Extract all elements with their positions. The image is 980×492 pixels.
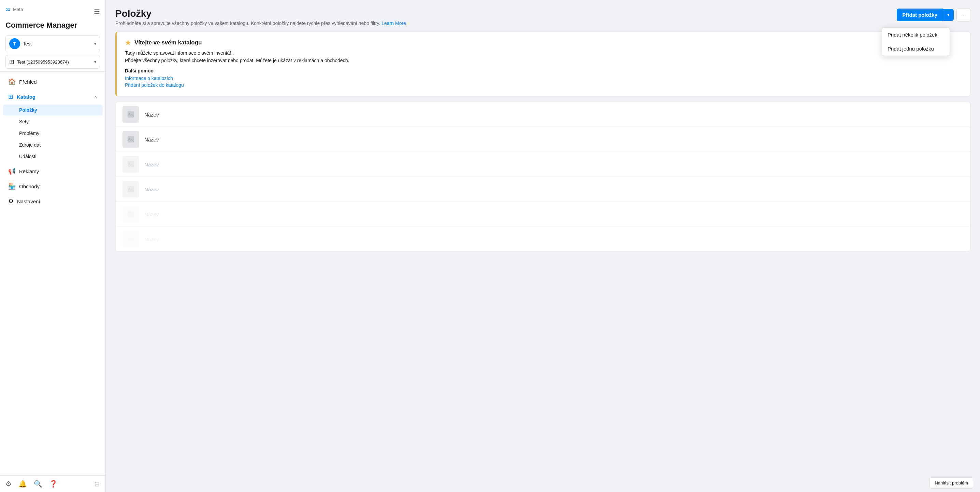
account-chevron-icon: ▾ xyxy=(94,42,96,46)
item-name: Název xyxy=(144,161,159,168)
sidebar-item-sety[interactable]: Sety xyxy=(3,116,103,127)
dropdown-item-add-multiple[interactable]: Přidat několik položek xyxy=(882,28,950,42)
table-row[interactable]: Název xyxy=(116,127,970,152)
sidebar-item-obchody[interactable]: 🏪 Obchody xyxy=(3,179,103,193)
sidebar-item-problemy[interactable]: Problémy xyxy=(3,128,103,139)
page-subtitle: Prohlédněte si a spravujte všechny polož… xyxy=(115,21,406,26)
sub-label-problemy: Problémy xyxy=(19,131,39,136)
item-thumbnail xyxy=(123,181,139,198)
catalog-chevron-icon: ▾ xyxy=(94,59,96,64)
sub-label-polozky: Položky xyxy=(19,107,37,113)
nav-section: 🏠 Přehled ⊞ Katalog ∧ Položky Sety Probl… xyxy=(0,72,105,475)
svg-rect-8 xyxy=(127,211,134,217)
table-row[interactable]: Název xyxy=(116,152,970,177)
sidebar-item-zdroje-dat[interactable]: Zdroje dat xyxy=(3,139,103,150)
help-icon[interactable]: ❓ xyxy=(49,480,58,488)
sidebar-item-udalosti[interactable]: Události xyxy=(3,151,103,162)
add-items-button[interactable]: Přidat položky xyxy=(897,8,943,21)
item-thumbnail xyxy=(123,131,139,148)
link-info-katalozich[interactable]: Informace o katalozích xyxy=(125,75,962,81)
svg-point-9 xyxy=(129,212,130,214)
table-row[interactable]: Název xyxy=(116,202,970,227)
obchody-icon: 🏪 xyxy=(8,182,16,190)
add-items-dropdown-button[interactable]: ▾ xyxy=(943,9,954,21)
page-header-left: Položky Prohlédněte si a spravujte všech… xyxy=(115,8,406,26)
table-row[interactable]: Název xyxy=(116,227,970,251)
panel-icon[interactable]: ⊟ xyxy=(94,480,100,488)
main-area: Položky Prohlédněte si a spravujte všech… xyxy=(106,0,980,492)
welcome-line-2: Přidejte všechny položky, které chcete i… xyxy=(125,58,962,63)
sidebar: ∞ Meta ☰ Commerce Manager T Test ▾ ⊞ Tes… xyxy=(0,0,106,492)
sub-label-zdroje-dat: Zdroje dat xyxy=(19,142,41,148)
table-row[interactable]: Název xyxy=(116,177,970,202)
subtitle-text: Prohlédněte si a spravujte všechny polož… xyxy=(115,21,380,26)
report-problem-button[interactable]: Nahlásit problém xyxy=(929,477,973,489)
svg-rect-4 xyxy=(127,161,134,168)
catalog-grid-icon: ⊞ xyxy=(9,58,14,65)
svg-rect-6 xyxy=(127,186,134,192)
search-icon[interactable]: 🔍 xyxy=(34,480,42,488)
sidebar-header: ∞ Meta ☰ Commerce Manager T Test ▾ ⊞ Tes… xyxy=(0,0,105,72)
item-name: Název xyxy=(144,137,159,142)
table-row[interactable]: Název xyxy=(116,102,970,127)
svg-rect-0 xyxy=(127,111,134,118)
sidebar-footer: ⚙ 🔔 🔍 ❓ ⊟ xyxy=(0,475,105,492)
page-title: Položky xyxy=(115,8,406,19)
link-pridani-polozek[interactable]: Přidání položek do katalogu xyxy=(125,82,962,88)
learn-more-link[interactable]: Learn More xyxy=(382,21,406,26)
welcome-title: Vítejte ve svém katalogu xyxy=(134,39,202,46)
svg-point-7 xyxy=(129,188,130,189)
svg-rect-2 xyxy=(127,136,134,142)
welcome-card: ★ Vítejte ve svém katalogu Tady můžete s… xyxy=(115,32,970,96)
catalog-name: Test (1235095953928674) xyxy=(17,59,91,65)
bell-icon[interactable]: 🔔 xyxy=(18,480,27,488)
sub-label-sety: Sety xyxy=(19,119,29,125)
sidebar-label-reklamy: Reklamy xyxy=(19,168,39,174)
item-name: Název xyxy=(144,211,159,217)
add-dropdown-menu: Přidat několik položek Přidat jednu polo… xyxy=(882,27,950,56)
home-icon: 🏠 xyxy=(8,78,16,85)
account-selector[interactable]: T Test ▾ xyxy=(5,35,100,52)
sub-nav-katalog: Položky Sety Problémy Zdroje dat Událost… xyxy=(0,105,105,164)
sidebar-label-prehled: Přehled xyxy=(19,79,37,85)
item-thumbnail xyxy=(123,231,139,248)
meta-logo-icon: ∞ xyxy=(5,5,10,13)
meta-logo-text: Meta xyxy=(13,7,23,12)
catalog-selector[interactable]: ⊞ Test (1235095953928674) ▾ xyxy=(5,55,100,69)
items-card: Název Název Název Název xyxy=(115,102,970,252)
sidebar-item-reklamy[interactable]: 📢 Reklamy xyxy=(3,164,103,178)
add-btn-group: Přidat položky ▾ xyxy=(897,8,954,21)
svg-point-1 xyxy=(129,113,130,114)
sub-label-udalosti: Události xyxy=(19,154,37,159)
item-name: Název xyxy=(144,187,159,192)
sidebar-item-nastaveni[interactable]: ⚙ Nastavení xyxy=(3,194,103,208)
more-options-button[interactable]: ··· xyxy=(956,8,970,22)
avatar: T xyxy=(9,38,20,49)
item-thumbnail xyxy=(123,106,139,123)
svg-rect-10 xyxy=(127,236,134,242)
report-bar: Nahlásit problém xyxy=(106,474,980,492)
sidebar-title: Commerce Manager xyxy=(5,21,100,30)
settings-icon[interactable]: ⚙ xyxy=(5,480,11,488)
page-header: Položky Prohlédněte si a spravujte všech… xyxy=(115,8,970,26)
main-content: Položky Prohlédněte si a spravujte všech… xyxy=(106,0,980,474)
star-icon: ★ xyxy=(125,38,131,47)
katalog-expand-icon: ∧ xyxy=(94,94,97,99)
sidebar-label-katalog: Katalog xyxy=(17,94,91,100)
sidebar-item-katalog[interactable]: ⊞ Katalog ∧ xyxy=(3,89,103,104)
svg-point-3 xyxy=(129,138,130,139)
welcome-card-header: ★ Vítejte ve svém katalogu xyxy=(125,38,962,47)
meta-logo: ∞ Meta xyxy=(5,5,23,13)
sidebar-label-nastaveni: Nastavení xyxy=(17,198,40,204)
sidebar-item-polozky[interactable]: Položky xyxy=(3,105,103,115)
account-name: Test xyxy=(23,41,91,46)
sidebar-item-prehled[interactable]: 🏠 Přehled xyxy=(3,75,103,89)
dropdown-item-add-single[interactable]: Přidat jednu položku xyxy=(882,42,950,56)
svg-point-5 xyxy=(129,163,130,164)
help-label: Další pomoc xyxy=(125,68,962,73)
reklamy-icon: 📢 xyxy=(8,168,16,175)
nastaveni-icon: ⚙ xyxy=(8,198,14,205)
hamburger-button[interactable]: ☰ xyxy=(94,8,100,16)
grid-icon: ⊞ xyxy=(8,93,13,101)
item-name: Název xyxy=(144,236,159,242)
